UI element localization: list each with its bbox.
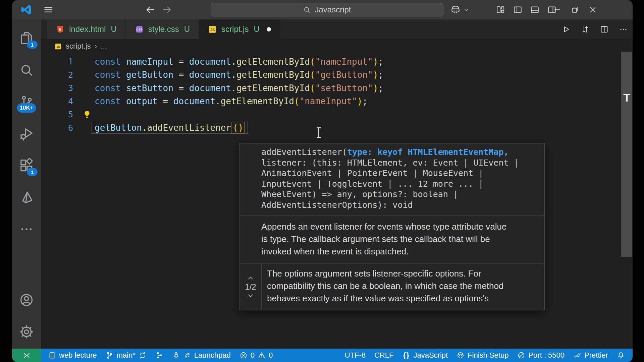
- activity-item-more-views[interactable]: [17, 220, 36, 239]
- play-icon[interactable]: [561, 25, 571, 34]
- tab-bar: 5index.htmlUCSSstyle.cssUJSscript.jsU: [41, 19, 633, 39]
- code-line-1[interactable]: 1const nameInput = document.getElementBy…: [41, 55, 633, 68]
- status-encoding[interactable]: UTF-8: [340, 349, 370, 362]
- code-text: const setButton = document.getElementByI…: [95, 83, 383, 93]
- status-text: main*: [117, 351, 136, 360]
- menu-icon[interactable]: [43, 4, 54, 15]
- split-editor-icon[interactable]: [600, 25, 609, 34]
- branch-icon: [106, 351, 114, 359]
- status-bar: web lecturemain*Launchpad00 UTF-8CRLF{}J…: [12, 349, 633, 362]
- breadcrumb-file[interactable]: script.js: [66, 42, 91, 51]
- activity-item-extensions[interactable]: 1: [17, 156, 36, 175]
- chevron-down-icon[interactable]: [247, 292, 255, 300]
- status-source-control-graph[interactable]: [151, 349, 168, 362]
- status-text: JavaScript: [413, 351, 448, 360]
- activity-item-source-control[interactable]: 10K+: [17, 93, 36, 111]
- css-file-icon: CSS: [135, 25, 144, 34]
- mouse-cursor-ibeam: [318, 128, 319, 137]
- status-text: Launchpad: [194, 351, 231, 360]
- gear-icon: [19, 324, 34, 340]
- signature-text: addEventListener(type: keyof HTMLElement…: [240, 143, 544, 216]
- js-file-icon: JS: [54, 43, 62, 50]
- breadcrumb-more[interactable]: ...: [101, 42, 107, 51]
- activity-item-prism-extension[interactable]: [17, 188, 36, 207]
- activity-item-accounts[interactable]: [17, 291, 36, 309]
- status-workspace[interactable]: web lecture: [44, 349, 101, 362]
- layout-sidebar-left-icon[interactable]: [513, 5, 523, 15]
- window-controls: [553, 5, 597, 14]
- error-icon: [239, 351, 248, 359]
- slash-circle-icon: [517, 351, 525, 359]
- status-language-mode[interactable]: {}JavaScript: [398, 349, 452, 362]
- compare-icon[interactable]: [581, 25, 590, 34]
- tab-label: index.html: [69, 24, 106, 34]
- overlay-letter: T: [623, 91, 630, 104]
- debug-icon: [19, 126, 34, 141]
- close-icon[interactable]: [588, 5, 597, 14]
- activity-item-explorer[interactable]: 1: [17, 29, 36, 48]
- activity-badge: 1: [27, 41, 38, 49]
- tab-git-status: U: [111, 24, 116, 34]
- double-check-icon: [573, 351, 581, 359]
- activity-item-run-and-debug[interactable]: [17, 124, 36, 143]
- status-problems[interactable]: 00: [235, 349, 277, 362]
- editor-scrollbar[interactable]: [621, 52, 632, 257]
- tab-script.js[interactable]: JSscript.jsU: [199, 19, 280, 39]
- restore-icon[interactable]: [571, 5, 580, 14]
- svg-text:5: 5: [59, 27, 61, 31]
- html-file-icon: 5: [56, 25, 65, 34]
- code-line-3[interactable]: 3const setButton = document.getElementBy…: [41, 81, 633, 95]
- tab-index.html[interactable]: 5index.htmlU: [47, 19, 126, 39]
- chevron-down-icon: [463, 6, 470, 13]
- status-live-server-port[interactable]: Port : 5500: [513, 349, 569, 362]
- code-text: const output = document.getElementById("…: [95, 96, 368, 106]
- status-notifications[interactable]: [612, 349, 629, 362]
- copilot-menu[interactable]: [450, 4, 470, 15]
- activity-badge: 1: [27, 168, 38, 176]
- forward-arrow-icon[interactable]: [162, 4, 172, 15]
- status-end-of-line[interactable]: CRLF: [370, 349, 398, 362]
- modified-dot-icon[interactable]: [267, 27, 271, 32]
- code-text: const getButton = document.getElementByI…: [95, 70, 383, 80]
- rocket-icon: [172, 351, 180, 359]
- code-line-5[interactable]: 5: [41, 108, 633, 121]
- code-line-6[interactable]: 6getButton.addEventListener(): [41, 121, 633, 135]
- status-copilot-setup[interactable]: Finish Setup: [452, 349, 513, 362]
- warning-icon: [258, 351, 266, 359]
- status-launchpad[interactable]: Launchpad: [168, 349, 235, 362]
- graph-icon: [155, 351, 163, 359]
- svg-text:CSS: CSS: [137, 28, 143, 31]
- code-editor[interactable]: 1const nameInput = document.getElementBy…: [41, 54, 633, 349]
- status-text: Prettier: [584, 351, 608, 360]
- status-text: 0: [251, 351, 255, 360]
- svg-text:JS: JS: [56, 45, 60, 49]
- more-icon[interactable]: [619, 25, 628, 34]
- command-center-search[interactable]: Javascript: [211, 3, 443, 16]
- sync-icon: [139, 351, 147, 359]
- bell-icon: [617, 351, 625, 359]
- lightbulb-icon[interactable]: [83, 110, 92, 119]
- layout-panel-icon[interactable]: [530, 5, 540, 15]
- chevron-up-icon[interactable]: [247, 274, 255, 282]
- hover-description: Appends an event listener for events who…: [240, 216, 544, 263]
- line-number: 6: [41, 123, 73, 133]
- code-line-2[interactable]: 2const getButton = document.getElementBy…: [41, 68, 633, 82]
- vscode-window: Javascript 110K+1 5index.htmlUCSSstyle.c…: [12, 0, 633, 362]
- minimize-icon[interactable]: [553, 5, 562, 14]
- activity-item-settings[interactable]: [17, 322, 36, 341]
- status-text: 0: [269, 351, 273, 360]
- command-center-text: Javascript: [315, 5, 351, 14]
- status-prettier[interactable]: Prettier: [569, 349, 612, 362]
- layout-controls: [496, 5, 557, 15]
- customize-layout-icon[interactable]: [496, 5, 505, 15]
- tab-style.css[interactable]: CSSstyle.cssU: [126, 19, 199, 39]
- code-line-4[interactable]: 4const output = document.getElementById(…: [41, 95, 633, 108]
- back-arrow-icon[interactable]: [145, 4, 156, 15]
- parameter-hints-widget: addEventListener(type: keyof HTMLElement…: [239, 143, 545, 310]
- editor-actions: [561, 19, 628, 39]
- line-number: 1: [41, 57, 73, 66]
- remote-indicator[interactable]: [12, 349, 41, 362]
- activity-item-search[interactable]: [17, 61, 36, 79]
- line-number: 4: [41, 97, 73, 106]
- status-git-branch[interactable]: main*: [101, 349, 151, 362]
